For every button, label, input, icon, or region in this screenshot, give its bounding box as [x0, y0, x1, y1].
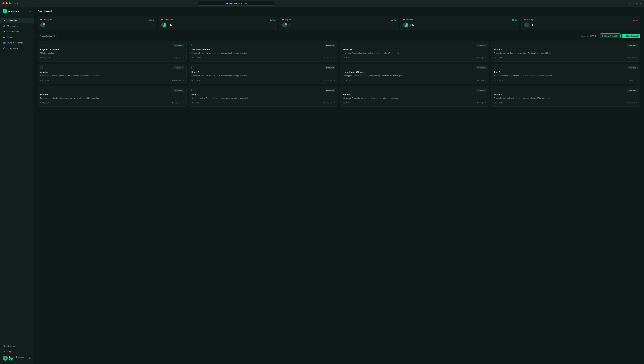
card-name: Sarah J.	[494, 93, 638, 96]
published-badge: Published	[174, 44, 184, 47]
sidebar-item-label: Components	[8, 31, 19, 33]
sidebar-item-label: Invite a customer	[8, 42, 23, 44]
tabs-icon[interactable]: ⊡	[640, 2, 642, 5]
card-time: 12 days ago	[172, 102, 181, 104]
export-csv-button[interactable]: ⋯ Export as CSV ⬆	[576, 34, 598, 38]
card-checkbox[interactable]	[494, 89, 496, 91]
sort-icon: ⇅	[54, 35, 55, 37]
new-tab-icon[interactable]: +	[636, 2, 638, 5]
user-name: Kayode Okedigba	[9, 356, 28, 358]
stat-label: Published	[406, 19, 413, 21]
sidebar-item-label: Dashboard	[8, 20, 18, 22]
card-time: 12 days ago	[323, 102, 332, 104]
card-checkbox[interactable]	[494, 44, 496, 46]
card-checkbox[interactable]	[343, 44, 345, 46]
stats-row: Daily reports 1	[38, 16, 640, 30]
card-date: Oct 9, 2024	[343, 79, 352, 81]
edit-icon[interactable]: ✎	[485, 79, 486, 81]
sidebar-item-logout[interactable]: → Logout	[0, 349, 34, 354]
copy-project-id-button[interactable]: ⧉ Copy Project ID	[600, 34, 620, 38]
sidebar-toggle-icon[interactable]: ⊡	[14, 2, 16, 5]
back-icon[interactable]: ‹	[17, 2, 18, 5]
page-title: Dashboard	[38, 10, 640, 13]
card-time: 12 days ago	[172, 79, 181, 81]
address-bar[interactable]: 🔒 https://framonial.com/	[198, 1, 275, 6]
stat-number: 16	[168, 23, 172, 28]
project-selector[interactable]: FramerProject ⇅	[38, 34, 57, 38]
card-checkbox[interactable]	[343, 89, 345, 91]
sidebar-item-testimonials[interactable]: ◎ Testimonials	[0, 23, 34, 29]
card-time: 12 days ago	[474, 102, 484, 104]
edit-icon[interactable]: ✎	[182, 57, 184, 59]
sidebar-item-label: Testimonials	[8, 25, 18, 27]
invite-icon: 👥	[3, 41, 6, 44]
new-project-button[interactable]: + New Project	[622, 34, 640, 38]
sidebar-toggle[interactable]: ⊡	[29, 10, 31, 13]
published-badge: Published	[325, 89, 335, 92]
share-icon[interactable]: ⬆	[632, 2, 634, 5]
stat-label: Daily reports	[43, 19, 52, 21]
sidebar-item-integrations[interactable]: ⬡ Integrations	[0, 46, 34, 51]
edit-icon[interactable]: ✎	[636, 57, 638, 59]
edit-icon[interactable]: ✎	[636, 79, 638, 81]
close-button[interactable]	[2, 2, 4, 4]
bar	[272, 19, 272, 21]
edit-icon[interactable]: ✎	[334, 57, 335, 59]
published-badge: Published	[325, 66, 335, 69]
testimonial-card: Published awesome product Framonial's ve…	[189, 41, 338, 62]
edit-icon[interactable]: ✎	[182, 79, 184, 81]
bar	[271, 20, 272, 21]
bar	[274, 20, 275, 21]
avatar: KO	[3, 356, 8, 360]
card-checkbox[interactable]	[343, 66, 345, 69]
card-checkbox[interactable]	[494, 66, 496, 69]
main-content: Dashboard Daily reports	[34, 7, 644, 364]
bar	[149, 20, 149, 21]
card-date: Oct 13, 2024	[192, 57, 201, 59]
bar	[392, 20, 392, 21]
card-text: The support team at Framonial is fantast…	[494, 74, 638, 77]
card-text: Integrating Framonial with our existing …	[343, 97, 486, 100]
card-checkbox[interactable]	[192, 44, 194, 46]
stat-label: Testimonials	[164, 19, 173, 21]
edit-icon[interactable]: ✎	[636, 102, 638, 104]
card-time: 12 days ago	[626, 57, 635, 59]
edit-icon[interactable]: ✎	[182, 102, 184, 104]
stat-number: 1	[47, 23, 49, 28]
stat-pie	[282, 23, 287, 28]
sidebar-item-videos[interactable]: ▶ Videos	[0, 34, 34, 40]
edit-icon[interactable]: ✎	[485, 57, 486, 59]
testimonial-card: Published Jessica L. Collaboration has n…	[38, 64, 186, 84]
stat-card-testimonials: Testimonials 16	[158, 16, 278, 30]
edit-icon[interactable]: ✎	[334, 79, 335, 81]
card-checkbox[interactable]	[40, 66, 43, 69]
sidebar-item-invite[interactable]: 👥 Invite a customer	[0, 40, 34, 46]
bar	[273, 20, 273, 21]
edit-icon[interactable]: ✎	[334, 102, 335, 104]
card-name: Linda K patt Williams	[343, 71, 486, 73]
card-checkbox[interactable]	[192, 89, 194, 91]
stat-label: Projects	[285, 19, 291, 21]
minimize-button[interactable]	[6, 2, 8, 4]
sidebar-item-settings[interactable]: ⚙ Settings	[0, 343, 34, 349]
toolbar-right: ⋯ Export as CSV ⬆ ⧉ Copy Project ID + Ne…	[576, 34, 640, 38]
card-name: Sarah J.	[494, 49, 638, 51]
sidebar-item-components[interactable]: ✦ Components	[0, 29, 34, 34]
download-icon[interactable]: ⬇	[628, 2, 630, 5]
card-checkbox[interactable]	[192, 66, 194, 69]
bar	[513, 20, 514, 21]
components-icon: ✦	[3, 30, 6, 33]
sidebar-bottom: ⚙ Settings → Logout KO Kayode Okedigba P…	[0, 341, 34, 364]
published-badge: Published	[627, 66, 638, 69]
forward-icon[interactable]: ›	[20, 2, 20, 5]
sidebar: ✦ Framonial ⊡ ⊞ Dashboard ◎ Testimonials…	[0, 7, 34, 364]
card-text: Framonial has transformed my workflow! T…	[494, 52, 638, 55]
card-checkbox[interactable]	[40, 44, 43, 46]
sidebar-item-dashboard[interactable]: ⊞ Dashboard	[0, 18, 34, 23]
maximize-button[interactable]	[9, 2, 11, 4]
card-text: Framonial's versatile features allow us …	[192, 74, 335, 77]
edit-icon[interactable]: ✎	[485, 102, 486, 104]
card-checkbox[interactable]	[40, 89, 43, 91]
user-settings-icon[interactable]: ⚙	[29, 357, 31, 359]
stat-dot	[40, 19, 42, 21]
